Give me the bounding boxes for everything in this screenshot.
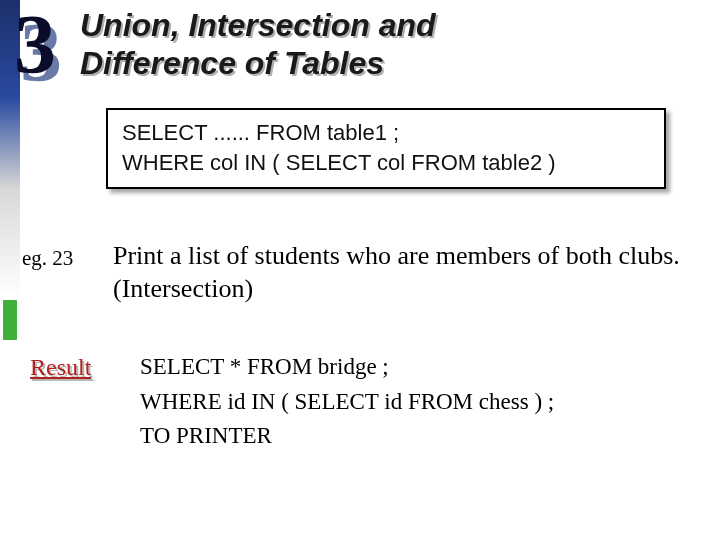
- result-sql-block: SELECT * FROM bridge ; WHERE id IN ( SEL…: [140, 350, 680, 454]
- title-line2: Difference of Tables: [80, 45, 384, 81]
- result-sql-line2: WHERE id IN ( SELECT id FROM chess ) ;: [140, 385, 680, 420]
- title-line1: Union, Intersection and: [80, 7, 436, 43]
- example-text: Print a list of students who are members…: [113, 240, 683, 305]
- slide: 3 3 Union, Intersection and Difference o…: [0, 0, 720, 540]
- slide-title: Union, Intersection and Difference of Ta…: [80, 6, 700, 83]
- result-label: Result: [30, 354, 91, 380]
- sql-syntax-line2: WHERE col IN ( SELECT col FROM table2 ): [122, 148, 650, 178]
- sql-syntax-box: SELECT ...... FROM table1 ; WHERE col IN…: [106, 108, 666, 189]
- result-sql-line1: SELECT * FROM bridge ;: [140, 350, 680, 385]
- sql-syntax-line1: SELECT ...... FROM table1 ;: [122, 118, 650, 148]
- section-number-text: 3: [14, 0, 54, 93]
- result-link[interactable]: Result Result: [30, 354, 91, 381]
- result-sql-line3: TO PRINTER: [140, 419, 680, 454]
- example-label: eg. 23: [22, 246, 92, 271]
